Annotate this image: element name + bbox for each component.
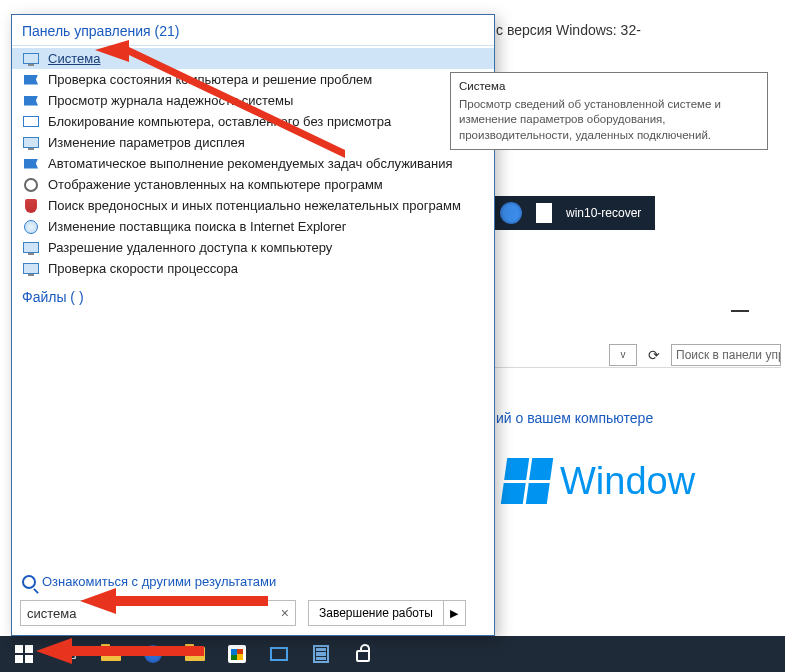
task-view-icon[interactable]: ▭	[48, 636, 90, 672]
start-menu: Панель управления (21) СистемаПроверка с…	[11, 14, 495, 636]
refresh-icon[interactable]: ⟳	[643, 344, 665, 366]
more-results-link[interactable]: Ознакомиться с другими результатами	[22, 574, 276, 589]
result-label: Система	[48, 51, 100, 66]
calculator-icon[interactable]	[300, 636, 342, 672]
ic-shield-icon	[22, 199, 40, 213]
ic-screen-icon	[22, 115, 40, 129]
desktop-item-row: win10-recover	[494, 196, 655, 230]
windows-version-text: с версия Windows: 32-	[496, 22, 641, 38]
tooltip-title: Система	[459, 79, 759, 95]
folder-icon[interactable]	[174, 636, 216, 672]
search-icon	[22, 575, 36, 589]
result-cpu-speed[interactable]: Проверка скорости процессора	[12, 258, 494, 279]
minimize-line[interactable]	[731, 310, 749, 312]
result-label: Автоматическое выполнение рекомендуемых …	[48, 156, 453, 171]
result-malware-scan[interactable]: Поиск вредоносных и иных потенциально не…	[12, 195, 494, 216]
windows-logo-icon	[501, 458, 553, 504]
results-list: СистемаПроверка состояния компьютера и р…	[12, 46, 494, 279]
edge-icon[interactable]	[132, 636, 174, 672]
ic-monitor-icon	[22, 52, 40, 66]
ic-flag-icon	[22, 73, 40, 87]
result-label: Просмотр журнала надежности системы	[48, 93, 293, 108]
more-results-label: Ознакомиться с другими результатами	[42, 574, 276, 589]
ic-flag-icon	[22, 94, 40, 108]
result-lock-idle[interactable]: Блокирование компьютера, оставленного бе…	[12, 111, 494, 132]
result-remote-access[interactable]: Разрешение удаленного доступа к компьюте…	[12, 237, 494, 258]
result-label: Поиск вредоносных и иных потенциально не…	[48, 198, 461, 213]
control-panel-search[interactable]: Поиск в панели управ	[671, 344, 781, 366]
result-display-settings[interactable]: Изменение параметров дисплея	[12, 132, 494, 153]
windows-logo-block: Window	[504, 458, 695, 504]
search-input[interactable]: система ×	[20, 600, 296, 626]
windows-icon	[15, 645, 33, 663]
control-panel-search-placeholder: Поиск в панели управ	[676, 348, 781, 362]
result-label: Отображение установленных на компьютере …	[48, 177, 383, 192]
start-menu-bottom-row: система × Завершение работы ▶	[20, 599, 486, 627]
start-button[interactable]	[0, 636, 48, 672]
result-reliability-log[interactable]: Просмотр журнала надежности системы	[12, 90, 494, 111]
ic-flag-icon	[22, 157, 40, 171]
computer-info-link[interactable]: ий о вашем компьютере	[496, 410, 653, 426]
taskbar-icons: ▭	[48, 636, 384, 672]
tooltip: Система Просмотр сведений об установленн…	[450, 72, 768, 150]
search-value: система	[27, 606, 76, 621]
file-icon[interactable]	[536, 203, 552, 223]
result-system[interactable]: Система	[12, 48, 494, 69]
nav-dropdown[interactable]: v	[609, 344, 637, 366]
result-label: Изменение поставщика поиска в Internet E…	[48, 219, 346, 234]
files-section-header: Файлы ( )	[12, 279, 494, 309]
ic-globe-icon	[22, 220, 40, 234]
result-health-check[interactable]: Проверка состояния компьютера и решение …	[12, 69, 494, 90]
taskbar: ▭	[0, 636, 785, 672]
explorer-icon[interactable]	[90, 636, 132, 672]
result-label: Блокирование компьютера, оставленного бе…	[48, 114, 391, 129]
lock-icon[interactable]	[342, 636, 384, 672]
result-ie-search-provider[interactable]: Изменение поставщика поиска в Internet E…	[12, 216, 494, 237]
store-icon[interactable]	[216, 636, 258, 672]
results-section-header: Панель управления (21)	[12, 15, 494, 46]
shutdown-button[interactable]: Завершение работы ▶	[308, 600, 466, 626]
result-auto-maintenance[interactable]: Автоматическое выполнение рекомендуемых …	[12, 153, 494, 174]
result-label: Разрешение удаленного доступа к компьюте…	[48, 240, 332, 255]
clear-icon[interactable]: ×	[281, 605, 289, 621]
result-label: Проверка скорости процессора	[48, 261, 238, 276]
result-label: Изменение параметров дисплея	[48, 135, 245, 150]
ie-icon[interactable]	[500, 202, 522, 224]
shutdown-menu-icon[interactable]: ▶	[443, 601, 465, 625]
ic-monitor-icon	[22, 241, 40, 255]
tooltip-body: Просмотр сведений об установленной систе…	[459, 97, 759, 144]
ic-monitor-icon	[22, 136, 40, 150]
desktop-file-label[interactable]: win10-recover	[566, 206, 641, 220]
ic-gear-icon	[22, 178, 40, 192]
windows-text: Window	[560, 460, 695, 503]
mail-icon[interactable]	[258, 636, 300, 672]
shutdown-label: Завершение работы	[309, 606, 443, 620]
ic-monitor-icon	[22, 262, 40, 276]
result-installed-programs[interactable]: Отображение установленных на компьютере …	[12, 174, 494, 195]
result-label: Проверка состояния компьютера и решение …	[48, 72, 372, 87]
